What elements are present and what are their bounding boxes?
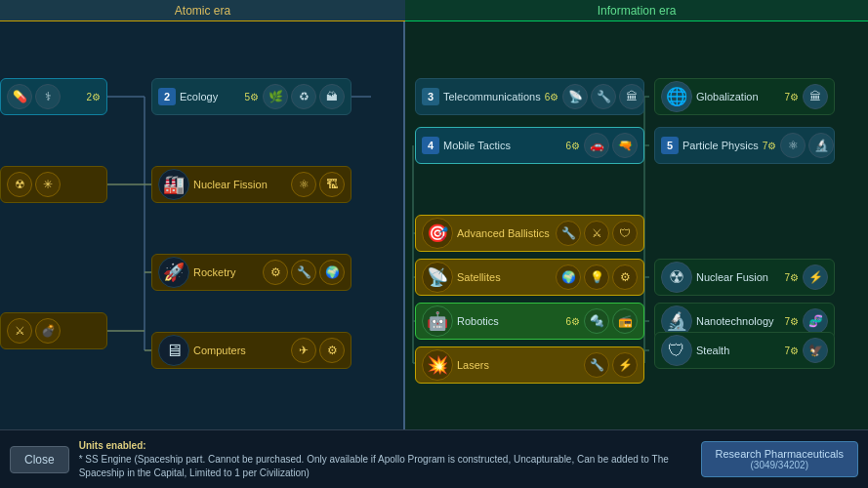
ecology-cost: 5⚙ bbox=[244, 92, 259, 102]
robotics-label: Robotics bbox=[457, 315, 561, 327]
icon-ab2: ⚔ bbox=[584, 221, 609, 246]
icon-mob1: 🚗 bbox=[584, 133, 609, 158]
icon-nf-icon: 🏭 bbox=[158, 169, 189, 200]
icon-comp1: ✈ bbox=[291, 338, 316, 363]
tech-adv-ballistics[interactable]: 🎯 Advanced Ballistics 🔧 ⚔ 🛡 bbox=[415, 215, 644, 252]
icon-ca1: ⚔ bbox=[7, 318, 32, 344]
particle-physics-label: Particle Physics bbox=[682, 140, 759, 151]
nuclear-fission-label: Nuclear Fission bbox=[193, 179, 287, 190]
computers-label: Computers bbox=[193, 345, 287, 356]
adv-ballistics-label: Advanced Ballistics bbox=[457, 227, 552, 239]
tech-mobile-tactics[interactable]: 4 Mobile Tactics 6⚙ 🚗 🔫 bbox=[415, 127, 644, 164]
icon-sat3: ⚙ bbox=[612, 264, 638, 290]
tech-rocketry[interactable]: 🚀 Rocketry ⚙ 🔧 🌍 bbox=[151, 254, 351, 291]
satellites-label: Satellites bbox=[457, 271, 552, 283]
tech-satellites[interactable]: 📡 Satellites 🌍 💡 ⚙ bbox=[415, 259, 644, 296]
icon-rock1: ⚙ bbox=[263, 260, 288, 285]
icon-ab1: 🔧 bbox=[556, 221, 581, 246]
icon-sat1: 🌍 bbox=[556, 264, 581, 290]
panel-info: 3 Telecommunications 6⚙ 📡 🔧 🏛 4 Mobile T… bbox=[405, 21, 868, 429]
icon-las1: 🔧 bbox=[584, 352, 609, 378]
icon-mob2: 🔫 bbox=[612, 133, 638, 158]
icon-rob2: 📻 bbox=[612, 308, 638, 334]
tech-robotics[interactable]: 🤖 Robotics 6⚙ 🔩 📻 bbox=[415, 303, 644, 340]
nuclear-fusion-label: Nuclear Fusion bbox=[696, 271, 780, 283]
ecology-number: 2 bbox=[158, 88, 176, 105]
bottom-bar: Close Units enabled: * SS Engine (Spaces… bbox=[0, 429, 868, 488]
icon-comp2: ⚙ bbox=[319, 338, 345, 363]
tech-theory[interactable]: ☢ ✳ bbox=[0, 166, 107, 203]
icon-theory1: ☢ bbox=[7, 172, 32, 197]
close-button[interactable]: Close bbox=[10, 446, 69, 473]
icon-ca2: 💣 bbox=[35, 318, 61, 344]
pharma-cost: 2⚙ bbox=[86, 92, 101, 102]
panel-atomic: 💊 ⚕ 2⚙ 2 Ecology 5⚙ 🌿 ♻ 🏔 ☢ ✳ 🏭 bbox=[0, 21, 405, 429]
tech-particle-physics[interactable]: 5 Particle Physics 7⚙ ⚛ 🔬 bbox=[654, 127, 835, 164]
icon-nf1: ⚛ bbox=[291, 172, 316, 197]
tech-ecology[interactable]: 2 Ecology 5⚙ 🌿 ♻ 🏔 bbox=[151, 78, 351, 115]
tech-globalization[interactable]: 🌐 Globalization 7⚙ 🏛 bbox=[654, 78, 835, 115]
lasers-label: Lasers bbox=[457, 359, 580, 371]
era-information: Information era bbox=[405, 0, 868, 21]
units-label: Units enabled: bbox=[79, 440, 146, 451]
telecom-number: 3 bbox=[422, 88, 439, 105]
icon-theory2: ✳ bbox=[35, 172, 61, 197]
icon-tel3: 🏛 bbox=[619, 84, 644, 109]
globalization-label: Globalization bbox=[696, 91, 780, 102]
icon-pharma1: 💊 bbox=[7, 84, 32, 109]
main-content: 💊 ⚕ 2⚙ 2 Ecology 5⚙ 🌿 ♻ 🏔 ☢ ✳ 🏭 bbox=[0, 21, 868, 429]
telecom-cost: 6⚙ bbox=[545, 92, 559, 102]
icon-rob1: 🔩 bbox=[584, 308, 609, 334]
icon-glob-main: 🌐 bbox=[661, 81, 692, 112]
research-sub: (3049/34202) bbox=[716, 460, 844, 470]
mobile-number: 4 bbox=[422, 137, 439, 154]
rocketry-label: Rocketry bbox=[193, 266, 259, 278]
icon-comp-main: 🖥 bbox=[158, 335, 189, 366]
nanotechnology-label: Nanotechnology bbox=[696, 315, 780, 327]
icon-pharma2: ⚕ bbox=[35, 84, 61, 109]
icon-rock3: 🌍 bbox=[319, 260, 345, 285]
icon-eco1: 🌿 bbox=[263, 84, 288, 109]
info-text-area: Units enabled: * SS Engine (Spaceship pa… bbox=[79, 439, 691, 480]
tech-pharmaceuticals[interactable]: 💊 ⚕ 2⚙ bbox=[0, 78, 107, 115]
glob-cost: 7⚙ bbox=[784, 92, 799, 102]
tech-lasers[interactable]: 💥 Lasers 🔧 ⚡ bbox=[415, 346, 644, 384]
icon-las2: ⚡ bbox=[612, 352, 638, 378]
icon-rocket-main: 🚀 bbox=[158, 257, 189, 288]
mobile-cost: 6⚙ bbox=[565, 141, 580, 151]
icon-nfus1: ⚡ bbox=[803, 264, 828, 290]
icon-rock2: 🔧 bbox=[291, 260, 316, 285]
stealth-cost: 7⚙ bbox=[784, 346, 799, 356]
icon-ab3: 🛡 bbox=[612, 221, 638, 246]
icon-ab-main: 🎯 bbox=[422, 218, 453, 249]
stealth-label: Stealth bbox=[696, 345, 780, 356]
particle-cost: 7⚙ bbox=[763, 141, 777, 151]
icon-stealth-main: 🛡 bbox=[661, 335, 692, 366]
era-atomic: Atomic era bbox=[0, 0, 405, 21]
tech-nuclear-fission[interactable]: 🏭 Nuclear Fission ⚛ 🏗 bbox=[151, 166, 351, 203]
tech-combined-arms[interactable]: ⚔ 💣 bbox=[0, 312, 107, 349]
era-header: Atomic era Information era bbox=[0, 0, 868, 21]
icon-nano1: 🧬 bbox=[803, 308, 828, 334]
icon-rob-main: 🤖 bbox=[422, 305, 453, 337]
tech-telecom[interactable]: 3 Telecommunications 6⚙ 📡 🔧 🏛 bbox=[415, 78, 644, 115]
icon-nfus-main: ☢ bbox=[661, 262, 692, 293]
icon-eco2: ♻ bbox=[291, 84, 316, 109]
tech-stealth[interactable]: 🛡 Stealth 7⚙ 🦅 bbox=[654, 332, 835, 369]
icon-glob1: 🏛 bbox=[803, 84, 828, 109]
research-button[interactable]: Research Pharmaceuticals (3049/34202) bbox=[701, 441, 858, 477]
icon-stealth1: 🦅 bbox=[803, 338, 828, 363]
nano-cost: 7⚙ bbox=[784, 316, 799, 327]
icon-nf2: 🏗 bbox=[319, 172, 345, 197]
ecology-label: Ecology bbox=[180, 91, 240, 102]
info-description: * SS Engine (Spaceship part. Cannot be p… bbox=[79, 454, 669, 478]
robotics-cost: 6⚙ bbox=[565, 316, 580, 327]
tech-computers[interactable]: 🖥 Computers ✈ ⚙ bbox=[151, 332, 351, 369]
tech-nuclear-fusion[interactable]: ☢ Nuclear Fusion 7⚙ ⚡ bbox=[654, 259, 835, 296]
research-label: Research Pharmaceuticals bbox=[716, 448, 844, 460]
mobile-tactics-label: Mobile Tactics bbox=[443, 140, 561, 151]
icon-las-main: 💥 bbox=[422, 349, 453, 381]
era-atomic-label: Atomic era bbox=[175, 4, 230, 18]
icon-tel1: 📡 bbox=[562, 84, 588, 109]
telecom-label: Telecommunications bbox=[443, 91, 541, 102]
